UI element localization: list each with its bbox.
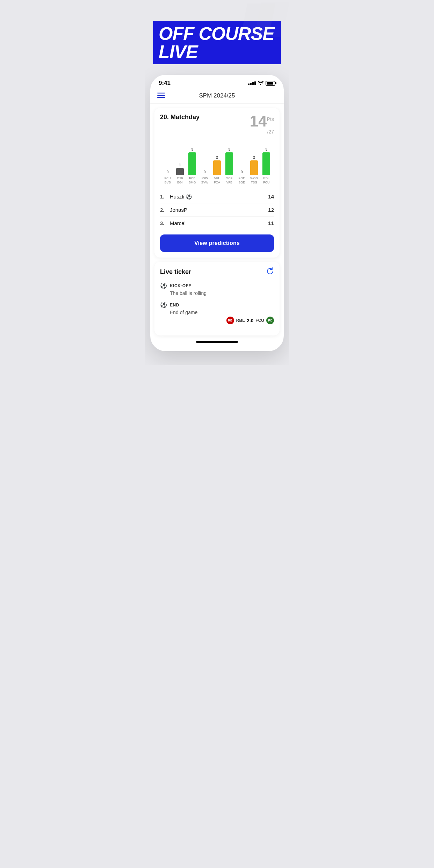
leaderboard-score: 14	[268, 194, 274, 200]
chart-label: KOESGE	[236, 176, 248, 185]
bar-group: 3	[225, 147, 233, 175]
matchday-label: 20. Matchday	[160, 114, 200, 121]
hamburger-icon[interactable]	[157, 92, 165, 100]
points-number: 14Pts	[250, 113, 274, 130]
bar-value: 2	[253, 155, 255, 159]
away-team-badge: FC	[266, 317, 274, 324]
bg-watermark	[219, 0, 289, 42]
chart-label: M05SVW	[198, 176, 211, 185]
status-time: 9:41	[159, 80, 171, 87]
chart-label: D98B04	[174, 176, 186, 185]
bar-rect	[188, 152, 196, 175]
phone-mockup: 9:41	[150, 75, 284, 351]
bar-group: 1	[176, 163, 184, 175]
bar-value: 0	[204, 170, 206, 174]
chart-label: WOBTSG	[248, 176, 260, 185]
bar-value: 0	[167, 170, 169, 174]
signal-bar-3	[252, 82, 254, 85]
view-predictions-button[interactable]: View predictions	[160, 234, 274, 252]
chart-label: VFLFCA	[211, 176, 223, 185]
bar-group: 2	[213, 155, 221, 175]
refresh-icon[interactable]	[266, 267, 274, 277]
leaderboard-row: 2.JonasP12	[160, 203, 274, 217]
ticker-item: ⚽ENDEnd of gameRBRBL2:0FCUFC	[160, 302, 274, 324]
ticker-header: Live ticker	[160, 267, 274, 277]
home-indicator	[196, 341, 238, 343]
bar-group: 3	[262, 147, 270, 175]
svg-rect-0	[157, 93, 165, 94]
ticker-event-row: ⚽END	[160, 302, 274, 308]
trophy-icon: ⚽	[186, 194, 192, 200]
battery-fill	[267, 82, 273, 85]
ticker-events-container: ⚽KICK-OFFThe ball is rolling⚽ENDEnd of g…	[160, 282, 274, 324]
score-text: 2:0	[247, 318, 254, 323]
points-denom: /27	[250, 129, 274, 135]
chart-label: FCBBMG	[186, 176, 198, 185]
signal-bar-4	[254, 81, 256, 85]
chart-label: RBLFCU	[260, 176, 273, 185]
pts-label: Pts	[267, 116, 274, 122]
bar-value: 3	[265, 147, 267, 151]
status-bar: 9:41	[150, 75, 284, 89]
bar-value: 2	[216, 155, 218, 159]
home-team-name: RBL	[236, 318, 245, 323]
ticker-event-label: END	[170, 303, 179, 308]
status-icons	[248, 80, 275, 86]
leaderboard-name: Marcel	[170, 220, 268, 226]
leaderboard-rank: 1.	[160, 194, 170, 200]
ticker-ball-icon: ⚽	[160, 302, 167, 308]
page-wrapper: OFF COURSE LIVE 9:41	[145, 0, 289, 365]
ticker-card: Live ticker ⚽KICK-OFFThe ball is rolling…	[154, 262, 280, 335]
chart-labels: FCHBVBD98B04FCBBMGM05SVWVFLFCASCFVFBKOES…	[160, 176, 274, 185]
leaderboard: 1.Huszti⚽142.JonasP123.Marcel11	[160, 190, 274, 230]
leaderboard-score: 12	[268, 207, 274, 213]
ticker-title: Live ticker	[160, 268, 191, 276]
bar-rect	[225, 152, 233, 175]
bar-chart: 013023023	[160, 140, 274, 175]
app-navbar-title: SPM 2024/25	[199, 92, 235, 99]
signal-bars	[248, 81, 256, 85]
bar-group: 0	[238, 170, 246, 175]
bar-value: 3	[191, 147, 193, 151]
bar-rect	[262, 152, 270, 175]
ticker-ball-icon: ⚽	[160, 282, 167, 289]
ticker-description: The ball is rolling	[160, 290, 274, 296]
points-display: 14Pts /27	[250, 114, 274, 135]
chart-label: SCFVFB	[223, 176, 236, 185]
svg-rect-2	[157, 97, 165, 98]
main-card: 20. Matchday 14Pts /27 013023023 FCHBVBD…	[154, 108, 280, 258]
app-navbar: SPM 2024/25	[150, 89, 284, 104]
chart-label: FCHBVB	[161, 176, 174, 185]
points-value: 14	[250, 113, 267, 130]
bar-rect	[213, 160, 221, 175]
leaderboard-row: 1.Huszti⚽14	[160, 190, 274, 203]
leaderboard-name: JonasP	[170, 207, 268, 213]
away-team-name: FCU	[255, 318, 264, 323]
battery-icon	[266, 81, 275, 86]
ticker-score-row: RBRBL2:0FCUFC	[160, 317, 274, 324]
bar-value: 0	[241, 170, 243, 174]
bar-rect	[250, 160, 258, 175]
points-number-row: 14Pts	[250, 114, 274, 129]
signal-bar-2	[250, 83, 252, 85]
svg-rect-1	[157, 95, 165, 96]
bar-value: 3	[228, 147, 230, 151]
bar-group: 2	[250, 155, 258, 175]
ticker-event-label: KICK-OFF	[170, 283, 191, 288]
leaderboard-name: Huszti⚽	[170, 194, 268, 200]
bar-value: 1	[179, 163, 181, 167]
bar-group: 0	[164, 170, 172, 175]
ticker-event-row: ⚽KICK-OFF	[160, 282, 274, 289]
matchday-header: 20. Matchday 14Pts /27	[160, 114, 274, 135]
leaderboard-rank: 2.	[160, 207, 170, 213]
bar-rect	[176, 168, 184, 175]
ticker-description: End of game	[160, 310, 274, 315]
bar-group: 0	[201, 170, 209, 175]
leaderboard-score: 11	[268, 220, 274, 226]
bar-group: 3	[188, 147, 196, 175]
home-team-badge: RB	[226, 317, 234, 324]
wifi-icon	[258, 80, 263, 86]
ticker-item: ⚽KICK-OFFThe ball is rolling	[160, 282, 274, 296]
leaderboard-row: 3.Marcel11	[160, 217, 274, 230]
leaderboard-rank: 3.	[160, 220, 170, 226]
